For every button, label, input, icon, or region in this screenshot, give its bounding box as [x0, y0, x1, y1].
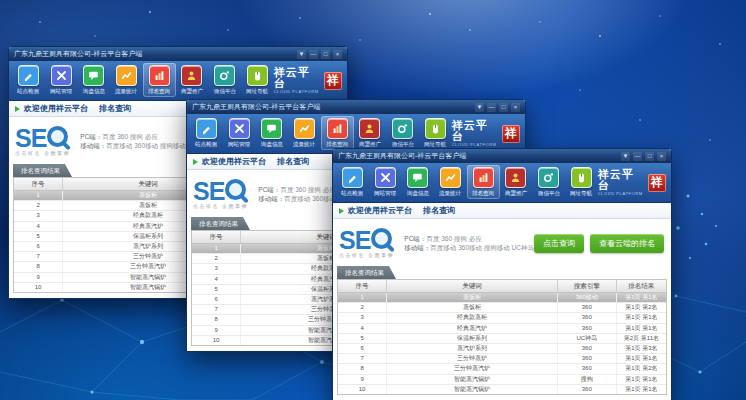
- table-row[interactable]: 9智能蒸汽锅炉搜狗第1页 第1名: [338, 375, 666, 385]
- cell-keyword: 蒸饭柜: [387, 303, 558, 312]
- window-controls: ▼ — □ ×: [475, 103, 520, 112]
- toolbar-item-wechat[interactable]: 微信平台: [208, 63, 241, 97]
- table-row[interactable]: 7三分钟蒸炉360第1页 第1名: [338, 354, 666, 364]
- cell-no: 1: [192, 244, 241, 253]
- seo-logo-text: SE: [339, 229, 370, 251]
- cell-no: 4: [14, 222, 63, 231]
- toolbar-label: 商盟推广: [505, 189, 527, 197]
- toolbar-item-rank-query[interactable]: 排名查询: [143, 63, 176, 97]
- toolbar-item-promotion[interactable]: 商盟推广: [354, 116, 387, 150]
- toolbar-item-site-nav[interactable]: 网址导航: [241, 63, 274, 97]
- cell-result: 第1页 第1名: [617, 354, 666, 363]
- toolbar-item-inquiry[interactable]: 询盘信息: [77, 63, 110, 97]
- toolbar-item-inquiry[interactable]: 询盘信息: [255, 116, 288, 150]
- toolbar-item-wechat[interactable]: 微信平台: [386, 116, 419, 150]
- cell-no: 4: [338, 324, 387, 333]
- pc-engines-label: PC端：: [80, 133, 102, 140]
- cell-result: 第1页 第1名: [617, 324, 666, 333]
- app-window-3[interactable]: 广东九鼎王厨具有限公司-祥云平台客户端 ▼ — □ × 站点检测 网站管理: [332, 148, 672, 400]
- wechat-icon: [214, 65, 235, 86]
- table-row[interactable]: 6蒸汽炉系列360第1页 第3名: [338, 344, 666, 354]
- title-bar[interactable]: 广东九鼎王厨具有限公司-祥云平台客户端 ▼ — □ ×: [187, 100, 525, 114]
- toolbar-item-site-nav[interactable]: 网址导航: [565, 165, 598, 199]
- title-bar[interactable]: 广东九鼎王厨具有限公司-祥云平台客户端 ▼ — □ ×: [9, 47, 347, 61]
- welcome-text: 欢迎使用祥云平台: [348, 205, 412, 216]
- toolbar-item-site-check[interactable]: 站点检测: [190, 116, 223, 150]
- close-button[interactable]: ×: [511, 103, 520, 112]
- toolbar-item-site-check[interactable]: 站点检测: [336, 165, 369, 199]
- wechat-icon: [392, 118, 413, 139]
- toolbar-label: 流量统计: [115, 87, 137, 95]
- toolbar-item-traffic[interactable]: 流量统计: [110, 63, 143, 97]
- column-header-result: 排名结果: [617, 280, 666, 292]
- minimize-button[interactable]: —: [309, 50, 318, 59]
- close-button[interactable]: ×: [333, 50, 342, 59]
- mobile-engines-label: 移动端：: [80, 142, 106, 149]
- cell-keyword: 三分钟蒸汽炉: [387, 364, 558, 373]
- cell-result: 第1页 第1名: [617, 385, 666, 394]
- traffic-stats-icon: [116, 65, 137, 86]
- cell-no: 2: [338, 303, 387, 312]
- traffic-stats-icon: [440, 167, 461, 188]
- skin-button[interactable]: ▼: [621, 152, 630, 161]
- toolbar-item-rank-query[interactable]: 排名查询: [467, 165, 500, 199]
- tab-rank-results[interactable]: 排名查询结果: [13, 164, 72, 177]
- maximize-button[interactable]: □: [499, 103, 508, 112]
- toolbar-item-inquiry[interactable]: 询盘信息: [401, 165, 434, 199]
- title-bar[interactable]: 广东九鼎王厨具有限公司-祥云平台客户端 ▼ — □ ×: [333, 149, 671, 163]
- close-button[interactable]: ×: [657, 152, 666, 161]
- toolbar-item-promotion[interactable]: 商盟推广: [500, 165, 533, 199]
- toolbar-item-rank-query[interactable]: 排名查询: [321, 116, 354, 150]
- toolbar-label: 询盘信息: [261, 140, 283, 148]
- cell-keyword: 保温柜系列: [387, 334, 558, 343]
- brand-name: 祥云平台: [452, 120, 500, 142]
- toolbar-item-site-manage[interactable]: 网站管理: [45, 63, 78, 97]
- toolbar-item-site-manage[interactable]: 网站管理: [223, 116, 256, 150]
- table-row[interactable]: 5保温柜系列UC神马第2页 第11名: [338, 334, 666, 344]
- toolbar-item-site-nav[interactable]: 网址导航: [419, 116, 452, 150]
- maximize-button[interactable]: □: [321, 50, 330, 59]
- inquiry-icon: [83, 65, 104, 86]
- promotion-icon: [181, 65, 202, 86]
- table-row[interactable]: 3经典款蒸柜360第1页 第1名: [338, 313, 666, 323]
- site-manage-icon: [51, 65, 72, 86]
- cell-engine: 360移动: [558, 293, 617, 302]
- toolbar-item-wechat[interactable]: 微信平台: [532, 165, 565, 199]
- brand-subtitle: CLOUD PLATFORM: [452, 143, 500, 147]
- engine-info: PC端：百度 360 搜狗 必应 移动端：百度移动 360移动 搜狗移动 UC神…: [402, 234, 534, 253]
- main-toolbar: 站点检测 网站管理 询盘信息 流量统计: [333, 163, 671, 203]
- page-title: 排名查询: [99, 103, 131, 114]
- toolbar-item-traffic[interactable]: 流量统计: [288, 116, 321, 150]
- pc-engines-label: PC端：: [404, 235, 426, 242]
- brand-subtitle: CLOUD PLATFORM: [598, 192, 646, 196]
- skin-button[interactable]: ▼: [475, 103, 484, 112]
- table-row[interactable]: 8三分钟蒸汽炉360第1页 第2名: [338, 364, 666, 374]
- table-row[interactable]: 1蒸饭柜360移动第1页 第1名: [338, 293, 666, 303]
- tab-rank-results[interactable]: 排名查询结果: [337, 266, 396, 279]
- cell-no: 2: [192, 254, 241, 263]
- cell-engine: 360: [558, 313, 617, 322]
- cell-no: 7: [14, 252, 63, 261]
- toolbar-item-traffic[interactable]: 流量统计: [434, 165, 467, 199]
- site-check-icon: [196, 118, 217, 139]
- view-cloud-rank-button[interactable]: 查看云端的排名: [590, 234, 664, 253]
- cell-no: 6: [14, 242, 63, 251]
- skin-button[interactable]: ▼: [297, 50, 306, 59]
- toolbar-item-site-check[interactable]: 站点检测: [12, 63, 45, 97]
- toolbar-item-promotion[interactable]: 商盟推广: [176, 63, 209, 97]
- toolbar-label: 微信平台: [214, 87, 236, 95]
- toolbar-label: 网址导航: [246, 87, 268, 95]
- cell-result: 第1页 第1名: [617, 375, 666, 384]
- table-row[interactable]: 4经典蒸汽炉360第1页 第1名: [338, 324, 666, 334]
- table-row[interactable]: 10智能蒸汽锅炉360第1页 第1名: [338, 385, 666, 394]
- toolbar-item-site-manage[interactable]: 网站管理: [369, 165, 402, 199]
- minimize-button[interactable]: —: [487, 103, 496, 112]
- cell-no: 5: [192, 285, 241, 294]
- mobile-engines-label: 移动端：: [258, 195, 284, 202]
- tab-rank-results[interactable]: 排名查询结果: [191, 217, 250, 230]
- maximize-button[interactable]: □: [645, 152, 654, 161]
- cell-no: 8: [338, 364, 387, 373]
- query-button[interactable]: 点击查询: [534, 234, 584, 253]
- table-row[interactable]: 2蒸饭柜360第1页 第2名: [338, 303, 666, 313]
- minimize-button[interactable]: —: [633, 152, 642, 161]
